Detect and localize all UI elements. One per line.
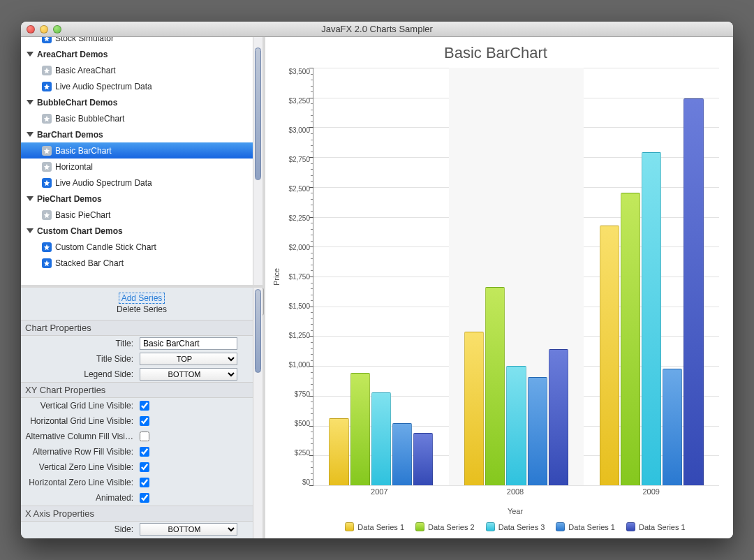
tree-group[interactable]: Custom Chart Demos bbox=[21, 223, 253, 239]
tree-group[interactable]: BarChart Demos bbox=[21, 126, 253, 142]
tree-scroll-thumb[interactable] bbox=[255, 47, 261, 180]
content: Stock SimulatorAreaChart DemosBasic Area… bbox=[21, 37, 733, 538]
titlebar[interactable]: JavaFX 2.0 Charts Sampler bbox=[21, 22, 733, 37]
legend-swatch bbox=[626, 522, 635, 531]
disclosure-triangle-icon bbox=[27, 52, 34, 57]
props-scrollbar[interactable] bbox=[253, 288, 263, 538]
chart-pane: Basic BarChart Price $3,500$3,250$3,000$… bbox=[265, 37, 733, 538]
altrow-checkbox[interactable] bbox=[140, 447, 149, 457]
left-pane: Stock SimulatorAreaChart DemosBasic Area… bbox=[21, 37, 265, 538]
section-chart-properties: Chart Properties bbox=[21, 320, 263, 336]
star-icon bbox=[42, 178, 52, 188]
xaxis-side-select[interactable]: BOTTOM bbox=[140, 523, 237, 536]
hgrid-label: Horizontal Grid Line Visible: bbox=[21, 416, 136, 426]
star-icon bbox=[42, 210, 52, 220]
chart-body: Price $3,500$3,250$3,000$2,750$2,500$2,2… bbox=[272, 68, 719, 486]
legend-side-label: Legend Side: bbox=[21, 369, 136, 379]
bar bbox=[392, 423, 412, 485]
x-axis-label: Year bbox=[311, 507, 719, 515]
star-icon bbox=[42, 162, 52, 172]
tree-item[interactable]: Stock Simulator bbox=[21, 37, 253, 46]
y-axis-ticks: $3,500$3,250$3,000$2,750$2,500$2,250$2,0… bbox=[282, 68, 313, 486]
y-axis-label: Price bbox=[272, 268, 281, 286]
animated-label: Animated: bbox=[21, 493, 136, 503]
disclosure-triangle-icon bbox=[27, 132, 34, 137]
legend-swatch bbox=[415, 522, 424, 531]
legend-item: Data Series 1 bbox=[345, 522, 404, 531]
tree-group[interactable]: PieChart Demos bbox=[21, 191, 253, 207]
delete-series-button[interactable]: Delete Series bbox=[21, 304, 263, 314]
star-icon bbox=[42, 82, 52, 91]
altcol-checkbox[interactable] bbox=[140, 432, 149, 441]
tree-item[interactable]: Basic BarChart bbox=[21, 142, 253, 159]
title-side-label: Title Side: bbox=[21, 354, 136, 364]
legend: Data Series 1Data Series 2Data Series 3D… bbox=[311, 522, 719, 531]
disclosure-triangle-icon bbox=[27, 100, 34, 105]
bar bbox=[506, 366, 526, 485]
tree-item[interactable]: Live Audio Spectrum Data bbox=[21, 175, 253, 191]
legend-swatch bbox=[486, 522, 495, 531]
bar bbox=[371, 392, 391, 485]
properties-panel: Add Series Delete Series Chart Propertie… bbox=[21, 288, 263, 538]
altcol-label: Alternative Column Fill Visi… bbox=[21, 432, 136, 441]
bar bbox=[350, 373, 370, 485]
bar bbox=[600, 226, 619, 485]
legend-swatch bbox=[345, 522, 354, 531]
tree-scrollbar[interactable] bbox=[253, 37, 263, 285]
section-xaxis-properties: X Axis Properties bbox=[21, 506, 263, 522]
vzero-label: Vertical Zero Line Visible: bbox=[21, 462, 136, 472]
legend-item: Data Series 2 bbox=[415, 522, 475, 531]
star-icon bbox=[42, 242, 52, 252]
bar bbox=[642, 152, 661, 485]
star-icon bbox=[42, 258, 52, 268]
add-series-button[interactable]: Add Series bbox=[21, 293, 263, 303]
bar bbox=[683, 98, 703, 485]
legend-item: Data Series 1 bbox=[626, 522, 686, 531]
demo-tree: Stock SimulatorAreaChart DemosBasic Area… bbox=[21, 37, 263, 288]
tree-item[interactable]: Basic BubbleChart bbox=[21, 110, 253, 126]
animated-checkbox[interactable] bbox=[140, 493, 149, 503]
star-icon bbox=[42, 37, 52, 43]
xaxis-side-label: Side: bbox=[21, 524, 136, 534]
chart-title: Basic BarChart bbox=[272, 44, 719, 62]
star-icon bbox=[42, 114, 52, 124]
tree-item[interactable]: Live Audio Spectrum Data bbox=[21, 78, 253, 94]
bar bbox=[528, 377, 547, 485]
tree-item[interactable]: Basic AreaChart bbox=[21, 62, 253, 78]
tree-item[interactable]: Custom Candle Stick Chart bbox=[21, 239, 253, 255]
tree-item[interactable]: Stacked Bar Chart bbox=[21, 255, 253, 271]
legend-swatch bbox=[556, 522, 565, 531]
bar bbox=[464, 332, 484, 485]
app-window: JavaFX 2.0 Charts Sampler Stock Simulato… bbox=[21, 22, 733, 538]
props-scroll-thumb[interactable] bbox=[255, 289, 261, 373]
vgrid-checkbox[interactable] bbox=[140, 401, 149, 411]
plot-area bbox=[313, 68, 719, 486]
bar bbox=[329, 418, 348, 485]
legend-side-select[interactable]: BOTTOM bbox=[140, 368, 237, 381]
section-xy-properties: XY Chart Properties bbox=[21, 382, 263, 398]
title-side-select[interactable]: TOP bbox=[140, 353, 237, 365]
vzero-checkbox[interactable] bbox=[140, 462, 149, 472]
legend-item: Data Series 1 bbox=[556, 522, 615, 531]
bar bbox=[663, 369, 682, 485]
tree-item[interactable]: Basic PieChart bbox=[21, 207, 253, 223]
legend-item: Data Series 3 bbox=[486, 522, 545, 531]
x-axis-ticks: 200720082009 bbox=[311, 487, 719, 496]
vgrid-label: Vertical Grid Line Visible: bbox=[21, 401, 136, 411]
title-input[interactable] bbox=[140, 337, 237, 350]
hgrid-checkbox[interactable] bbox=[140, 416, 149, 426]
disclosure-triangle-icon bbox=[27, 228, 34, 233]
window-title: JavaFX 2.0 Charts Sampler bbox=[21, 24, 733, 34]
hzero-checkbox[interactable] bbox=[140, 478, 149, 487]
tree-item[interactable]: Horizontal bbox=[21, 159, 253, 175]
disclosure-triangle-icon bbox=[27, 196, 34, 201]
tree-group[interactable]: BubbleChart Demos bbox=[21, 94, 253, 110]
tree-group[interactable]: AreaChart Demos bbox=[21, 46, 253, 62]
star-icon bbox=[42, 66, 52, 75]
title-label: Title: bbox=[21, 339, 136, 348]
bar bbox=[485, 287, 505, 485]
bar bbox=[413, 433, 433, 485]
hzero-label: Horizontal Zero Line Visible: bbox=[21, 478, 136, 487]
bar bbox=[621, 193, 640, 485]
star-icon bbox=[42, 146, 52, 156]
